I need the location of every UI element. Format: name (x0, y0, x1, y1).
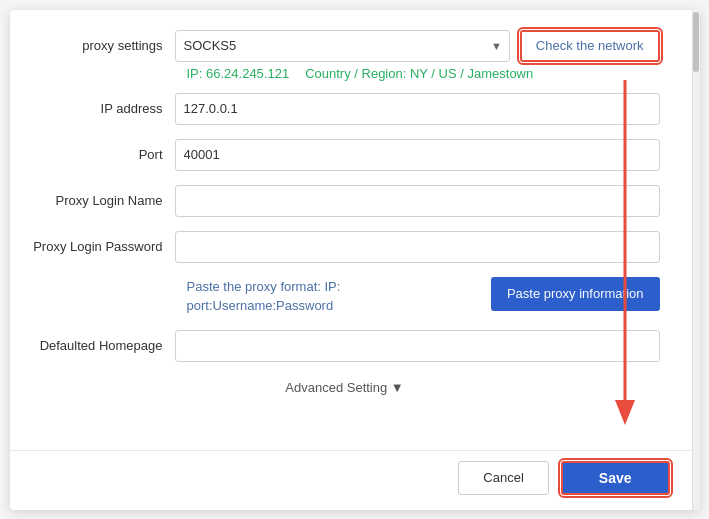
proxy-select[interactable]: SOCKS5 HTTP HTTPS SOCKS4 (175, 30, 510, 62)
defaulted-homepage-input[interactable] (175, 330, 660, 362)
ip-address-display: IP: 66.24.245.121 (187, 66, 290, 81)
paste-format-text: Paste the proxy format: IP: port:Usernam… (187, 277, 481, 316)
svg-marker-1 (615, 400, 635, 425)
proxy-login-password-input[interactable] (175, 231, 660, 263)
proxy-login-name-label: Proxy Login Name (30, 193, 175, 208)
check-network-button[interactable]: Check the network (520, 30, 660, 62)
defaulted-homepage-row: Defaulted Homepage (30, 330, 660, 362)
proxy-login-name-row: Proxy Login Name (30, 185, 660, 217)
dialog-content: proxy settings SOCKS5 HTTP HTTPS SOCKS4 … (10, 10, 700, 450)
ip-address-input[interactable] (175, 93, 660, 125)
country-region-display: Country / Region: NY / US / Jamestown (305, 66, 533, 81)
cancel-button[interactable]: Cancel (458, 461, 548, 495)
settings-dialog: proxy settings SOCKS5 HTTP HTTPS SOCKS4 … (10, 10, 700, 510)
ip-address-label: IP address (30, 101, 175, 116)
dialog-footer: Cancel Save (10, 450, 700, 510)
port-row: Port (30, 139, 660, 171)
scrollbar[interactable] (692, 10, 700, 510)
defaulted-homepage-label: Defaulted Homepage (30, 338, 175, 353)
paste-proxy-section: Paste the proxy format: IP: port:Usernam… (30, 277, 660, 316)
ip-info-row: IP: 66.24.245.121 Country / Region: NY /… (30, 66, 660, 81)
proxy-settings-row: proxy settings SOCKS5 HTTP HTTPS SOCKS4 … (30, 30, 660, 62)
proxy-select-wrapper: SOCKS5 HTTP HTTPS SOCKS4 ▼ (175, 30, 510, 62)
save-button[interactable]: Save (561, 461, 670, 495)
proxy-login-password-row: Proxy Login Password (30, 231, 660, 263)
port-label: Port (30, 147, 175, 162)
paste-text-line2: port:Username:Password (187, 298, 334, 313)
paste-proxy-button[interactable]: Paste proxy information (491, 277, 660, 311)
proxy-label: proxy settings (30, 38, 175, 53)
scrollbar-thumb (693, 12, 699, 72)
paste-text-line1: Paste the proxy format: IP: (187, 279, 341, 294)
port-input[interactable] (175, 139, 660, 171)
ip-address-row: IP address (30, 93, 660, 125)
proxy-login-name-input[interactable] (175, 185, 660, 217)
proxy-login-password-label: Proxy Login Password (30, 239, 175, 254)
advanced-settings-link[interactable]: Advanced Setting ▼ (30, 376, 660, 399)
